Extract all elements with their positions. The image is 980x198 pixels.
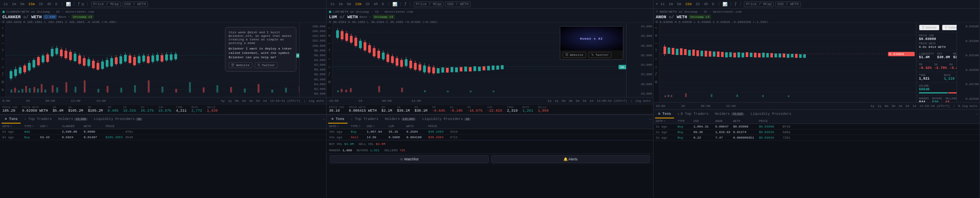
fib-tool[interactable]: ƒ [328, 72, 331, 76]
timeframe-short[interactable]: 1y [878, 104, 882, 108]
timeframe-short[interactable]: 1m [576, 99, 580, 103]
twitter-link[interactable]: 𝕏 Twitter [255, 62, 278, 68]
tf-1h[interactable]: 1h [364, 2, 371, 7]
zoom-tool[interactable]: ⊞ [655, 80, 657, 84]
tab-top-traders[interactable]: ☆ Top Traders [348, 115, 382, 124]
brush-tool[interactable]: ✏ [328, 56, 331, 61]
timeframe-short[interactable]: 5d [582, 99, 586, 103]
tab-lp[interactable]: Liquidity Providers 10 [91, 116, 146, 124]
timeframe-short[interactable]: 1d [590, 99, 594, 103]
th-price[interactable]: PRICE [759, 120, 783, 123]
tf-15m[interactable]: 15m [684, 2, 693, 7]
tf-1s[interactable]: 1s [2, 2, 9, 7]
th-date[interactable]: DATE▽ [329, 125, 351, 128]
measure-tool[interactable]: ↔ [328, 41, 331, 46]
timeframe-short[interactable]: 3m [569, 99, 573, 103]
tab-top-traders[interactable]: ☆ Top Traders [21, 115, 55, 124]
currency-toggle-3[interactable]: USD / WETH [775, 2, 801, 7]
th-date[interactable]: DATE▽ [656, 120, 678, 123]
indicator-icon[interactable]: ƒ [404, 2, 407, 6]
tab-lp[interactable]: Liquidity Providers [747, 110, 795, 118]
cursor-tool[interactable]: ↖ [655, 25, 657, 30]
zoom-tool[interactable]: ⊞ [2, 80, 4, 84]
tf-5m[interactable]: 5m [19, 2, 26, 7]
tab-top-traders[interactable]: ☆ 8 Top Traders [674, 110, 712, 118]
tf-5m[interactable]: 5m [676, 2, 682, 7]
website-link[interactable]: ☲ Website [229, 62, 252, 68]
tf-15m[interactable]: 15m [354, 2, 363, 7]
crosshair-tool[interactable]: ⊕ [2, 33, 4, 38]
crosshair-tool[interactable]: ⊕ [328, 33, 331, 38]
lum-site-link[interactable]: LUM/WETH on Uniswap · 15 · dexscreener.c… [333, 10, 413, 13]
tf-5m[interactable]: 5m [346, 2, 352, 7]
clanker-site-link[interactable]: CLANKER/WETH on Uniswap · 15 · dexscreen… [6, 10, 94, 13]
measure-tool[interactable]: ↔ [655, 41, 657, 46]
crosshair-tool[interactable]: ⊕ [655, 33, 657, 38]
compare-icon[interactable]: ⊡ [82, 2, 84, 7]
tf-4h[interactable]: 4h [703, 2, 709, 7]
hai-website-link[interactable]: ☲ Website [563, 52, 586, 58]
timeframe-short[interactable]: 3m [892, 104, 895, 108]
th-date[interactable]: DATE▽ [2, 125, 24, 128]
th-anon[interactable]: ANON [715, 120, 733, 123]
tab-txns[interactable]: ≡ Txns [328, 116, 347, 124]
tf-1s[interactable]: 1s [329, 2, 336, 7]
timeframe-short[interactable]: 6m [235, 99, 239, 103]
timeframe-short[interactable]: 5d [905, 104, 909, 108]
timeframe-short[interactable]: 1d [263, 99, 267, 103]
text-tool[interactable]: T [328, 49, 331, 53]
shape-tool[interactable]: △ [655, 64, 657, 69]
watchlist-button[interactable]: ☆ Watchlist [330, 155, 488, 163]
currency-toggle-2[interactable]: USD / WETH [445, 2, 471, 7]
log-auto[interactable]: % log auto [958, 104, 977, 108]
magnet-tool[interactable]: ⊚ [2, 88, 4, 92]
zoom-tool[interactable]: ⊞ [328, 80, 331, 84]
tf-1s[interactable]: 1s [659, 2, 666, 7]
tf-d[interactable]: D [54, 2, 58, 7]
anon-site-link[interactable]: ? ANON/WETH on Uniswap · 15 · dexscreene… [656, 10, 742, 13]
timeframe-short[interactable]: 5y [870, 104, 874, 108]
tab-txns[interactable]: ≡ Txns [2, 116, 21, 124]
lum-chart[interactable]: 30.1093 Human x AI ☲ Website [332, 23, 653, 97]
expand-icon[interactable]: — [323, 118, 325, 122]
timeframe-short[interactable]: 1y [555, 99, 559, 103]
indicator-icon[interactable]: ƒ [734, 2, 737, 6]
th-price[interactable]: PRICE [428, 125, 450, 128]
timeframe-short[interactable]: 1y [228, 99, 232, 103]
measure-tool[interactable]: ↔ [2, 41, 4, 46]
tf-1m[interactable]: 1m [667, 2, 674, 7]
log-auto[interactable]: log auto [309, 99, 324, 103]
price-mcap-toggle[interactable]: Price / MCap [91, 2, 121, 7]
tf-1h[interactable]: 1h [38, 2, 44, 7]
tf-4h[interactable]: 4h [373, 2, 379, 7]
tab-holders[interactable]: Holders 132,963 [382, 116, 419, 124]
th-usd[interactable]: USD▽ [40, 125, 62, 128]
price-mcap-toggle[interactable]: Price / MCap [414, 2, 444, 7]
tf-d[interactable]: D [711, 2, 715, 7]
th-weth[interactable]: WETH [406, 125, 428, 128]
th-type[interactable]: TYPE▽ [351, 125, 367, 128]
shape-tool[interactable]: △ [328, 64, 331, 69]
timeframe-short[interactable]: 1m [899, 104, 903, 108]
tab-holders[interactable]: Holders 21,038 [55, 116, 91, 124]
tf-4h[interactable]: 4h [46, 2, 52, 7]
candle-icon[interactable]: 📊 [723, 2, 727, 7]
candle-icon[interactable]: 📊 [392, 2, 397, 7]
tf-1m[interactable]: 1m [11, 2, 17, 7]
currency-toggle-1[interactable]: USD / WETH [123, 2, 148, 7]
brush-tool[interactable]: ✏ [2, 56, 4, 61]
tab-lp[interactable]: Liquidity Providers 10 [419, 116, 474, 124]
th-weth[interactable]: WETH [84, 125, 106, 128]
timeframe-short[interactable]: 3m [242, 99, 246, 103]
th-token[interactable]: CLANKER [62, 125, 84, 128]
indicator-icon[interactable]: ƒ [78, 2, 80, 6]
th-token[interactable]: LUM [388, 125, 406, 128]
tab-txns[interactable]: ≡ Txns [655, 110, 674, 118]
timeframe-short[interactable]: 5y [548, 99, 551, 103]
timeframe-short[interactable]: 6m [562, 99, 566, 103]
tf-d[interactable]: D [381, 2, 385, 7]
tf-1m[interactable]: 1m [337, 2, 344, 7]
th-type[interactable]: TYPE▽ [24, 125, 40, 128]
tab-holders[interactable]: Holders 73,522 [712, 110, 747, 118]
th-weth[interactable]: WETH [733, 120, 759, 123]
